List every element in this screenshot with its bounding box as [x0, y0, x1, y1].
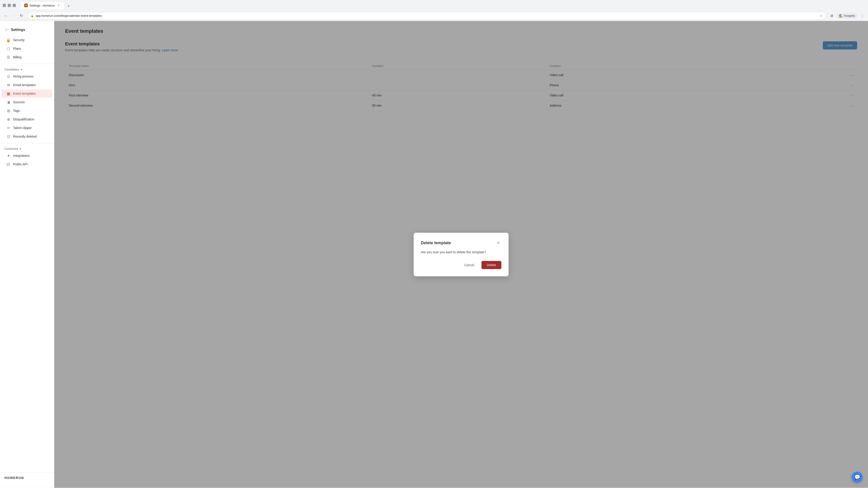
back-button[interactable]: ←	[3, 13, 9, 19]
new-tab-button[interactable]: +	[65, 3, 72, 9]
sidebar-item-recently-deleted[interactable]: ⊡ Recently deleted	[2, 132, 52, 140]
sidebar-item-label: Security	[13, 38, 25, 42]
security-icon: 🔒	[6, 38, 10, 42]
sidebar-item-event-templates[interactable]: ▦ Event templates	[2, 90, 52, 98]
plans-icon: ⬡	[6, 46, 10, 51]
candidates-arrow-icon: ▾	[21, 68, 22, 71]
forward-button[interactable]: →	[10, 13, 17, 19]
refresh-button[interactable]: ↻	[18, 13, 24, 19]
sidebar-item-label: Tags	[13, 109, 20, 112]
sidebar-item-email-templates[interactable]: ✉ Email templates	[2, 81, 52, 89]
sidebar-item-public-api[interactable]: ⟨/⟩ Public API	[2, 160, 52, 168]
maximize-button[interactable]: □	[8, 4, 11, 7]
nav-buttons: ← → ↻	[3, 13, 24, 19]
modal-footer: Cancel Delete	[421, 261, 501, 269]
sidebar-divider	[0, 64, 54, 64]
tab-bar: H Settings · Homerun × +	[18, 1, 74, 9]
close-button[interactable]: ×	[13, 4, 16, 7]
more-options-button[interactable]: ⋮	[859, 13, 865, 19]
tab-title: Settings · Homerun	[30, 4, 55, 7]
sidebar-item-label: Event templates	[13, 92, 36, 95]
event-templates-icon: ▦	[6, 92, 10, 96]
sidebar-item-label: Recently deleted	[13, 135, 37, 138]
sidebar-item-security[interactable]: 🔒 Security	[2, 36, 52, 44]
customize-label: Customize	[4, 147, 18, 151]
titlebar: ─ □ × H Settings · Homerun × +	[0, 0, 868, 11]
incognito-label: Incognito	[844, 14, 855, 18]
sources-icon: ◑	[6, 100, 10, 104]
sidebar-item-sources[interactable]: ◑ Sources	[2, 98, 52, 106]
address-bar: ← → ↻ 🔒 app.homerun.co/settings/calendar…	[0, 11, 868, 21]
url-text: app.homerun.co/settings/calendar-event-t…	[36, 14, 817, 18]
sidebar-item-hiring-process[interactable]: ⊙ Hiring process	[2, 72, 52, 80]
sidebar-item-label: Sources	[13, 100, 25, 104]
delete-modal: Delete template × Are you sure you want …	[414, 233, 508, 276]
sidebar: ← Settings 🔒 Security ⬡ Plans ☰ Billing …	[0, 21, 54, 488]
toolbar-right: ⊞ 🕵 Incognito ⋮	[829, 13, 865, 19]
main-content: Event templates Event templates Event te…	[54, 21, 868, 488]
chat-icon: 💬	[854, 474, 860, 480]
sidebar-item-label: Plans	[13, 47, 21, 51]
incognito-icon: 🕵	[839, 14, 842, 18]
candidates-label: Candidates	[4, 68, 19, 71]
disqualification-icon: ⊗	[6, 117, 10, 121]
sidebar-item-label: Hiring process	[13, 74, 33, 78]
sidebar-item-talent-clipper[interactable]: ✂ Talent clipper	[2, 124, 52, 132]
sidebar-item-plans[interactable]: ⬡ Plans	[2, 44, 52, 53]
sidebar-item-integrations[interactable]: ✦ Integrations	[2, 152, 52, 160]
sidebar-item-label: Public API	[13, 162, 28, 166]
extensions-button[interactable]: ⊞	[829, 13, 835, 19]
sidebar-item-label: Talent clipper	[13, 126, 32, 130]
hiring-process-icon: ⊙	[6, 74, 10, 78]
talent-clipper-icon: ✂	[6, 126, 10, 130]
settings-label: Settings	[11, 28, 25, 32]
modal-title: Delete template	[421, 240, 451, 246]
customize-section[interactable]: Customize ▾	[0, 145, 54, 151]
customize-arrow-icon: ▾	[20, 147, 21, 151]
modal-close-button[interactable]: ×	[495, 240, 501, 246]
sidebar-item-billing[interactable]: ☰ Billing	[2, 53, 52, 61]
sidebar-item-disqualification[interactable]: ⊗ Disqualification	[2, 115, 52, 123]
sidebar-item-label: Billing	[13, 55, 22, 59]
incognito-badge: 🕵 Incognito	[837, 13, 857, 18]
sidebar-item-label: Disqualification	[13, 118, 34, 121]
url-bar[interactable]: 🔒 app.homerun.co/settings/calendar-event…	[27, 12, 826, 20]
chat-widget-button[interactable]: 💬	[852, 472, 863, 483]
browser-chrome: ─ □ × H Settings · Homerun × + ← → ↻ 🔒 a…	[0, 0, 868, 21]
bookmark-icon[interactable]: ☆	[819, 13, 823, 18]
modal-body: Are you sure you want to delete this tem…	[421, 250, 501, 255]
billing-icon: ☰	[6, 55, 10, 59]
public-api-icon: ⟨/⟩	[6, 162, 10, 166]
tab-favicon: H	[24, 4, 28, 7]
minimize-button[interactable]: ─	[3, 4, 6, 7]
modal-overlay[interactable]: Delete template × Are you sure you want …	[54, 21, 868, 488]
modal-header: Delete template ×	[421, 240, 501, 246]
sidebar-item-label: Email templates	[13, 83, 36, 87]
email-templates-icon: ✉	[6, 83, 10, 87]
candidates-section[interactable]: Candidates ▾	[0, 66, 54, 72]
window-controls: ─ □ ×	[3, 4, 16, 7]
cancel-button[interactable]: Cancel	[460, 261, 479, 269]
tags-icon: ⊞	[6, 109, 10, 113]
sidebar-item-label: Integrations	[13, 154, 30, 158]
tab-close-btn[interactable]: ×	[57, 3, 61, 7]
settings-back-button[interactable]: ← Settings	[0, 26, 54, 36]
app-container: ← Settings 🔒 Security ⬡ Plans ☰ Billing …	[0, 21, 868, 488]
sidebar-item-tags[interactable]: ⊞ Tags	[2, 107, 52, 115]
recently-deleted-icon: ⊡	[6, 134, 10, 138]
lock-icon: 🔒	[31, 14, 34, 18]
integrations-icon: ✦	[6, 154, 10, 158]
delete-button[interactable]: Delete	[482, 261, 501, 269]
homerun-logo: HOMERUN	[0, 472, 54, 483]
active-tab[interactable]: H Settings · Homerun ×	[20, 1, 64, 9]
back-arrow-icon: ←	[4, 27, 8, 32]
